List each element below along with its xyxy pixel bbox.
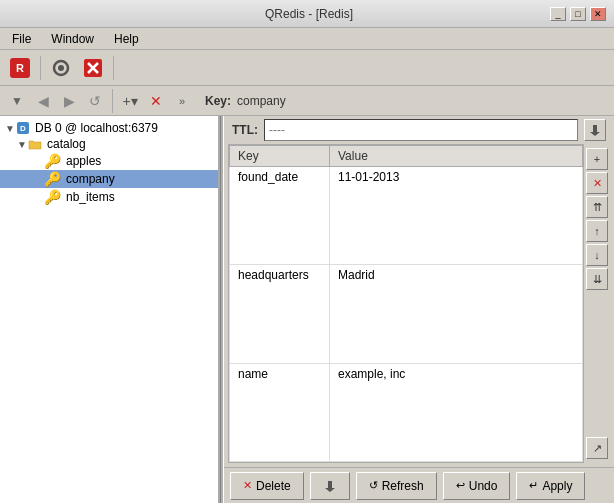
cell-value-0: 11-01-2013 (330, 167, 583, 265)
tree-item-company[interactable]: 🔑 company (0, 170, 218, 188)
table-side-buttons: + ✕ ⇈ ↑ ↓ ⇊ ↗ (584, 144, 610, 463)
cell-value-1: Madrid (330, 265, 583, 363)
add-field-button[interactable]: + (586, 148, 608, 170)
more-button[interactable]: » (171, 90, 193, 112)
right-panel: TTL: Key Value (224, 116, 614, 503)
data-table: Key Value found_date 11-01-2013 headquar… (229, 145, 583, 462)
remove-key-button[interactable]: ✕ (145, 90, 167, 112)
table-row[interactable]: found_date 11-01-2013 (230, 167, 583, 265)
tree-label-company: company (66, 172, 115, 186)
close-button[interactable]: ✕ (590, 7, 606, 21)
tree-item-apples[interactable]: 🔑 apples (0, 152, 218, 170)
delete-button[interactable]: ✕ Delete (230, 472, 304, 500)
tree-label-catalog: catalog (47, 137, 86, 151)
move-top-button[interactable]: ⇈ (586, 196, 608, 218)
apply-icon: ↵ (529, 479, 538, 492)
title-bar: QRedis - [Redis] _ □ ✕ (0, 0, 614, 28)
cell-key-0: found_date (230, 167, 330, 265)
maximize-button[interactable]: □ (570, 7, 586, 21)
tree-item-db0[interactable]: ▼ D DB 0 @ localhost:6379 (0, 120, 218, 136)
apply-label: Apply (542, 479, 572, 493)
sec-sep-1 (112, 89, 113, 113)
tree-toggle-btn[interactable]: ▼ (6, 90, 28, 112)
back-button[interactable]: ◀ (32, 90, 54, 112)
col-header-key: Key (230, 146, 330, 167)
download-button[interactable] (310, 472, 350, 500)
key-icon-company: 🔑 (44, 171, 61, 187)
move-up-button[interactable]: ↑ (586, 220, 608, 242)
move-bottom-button[interactable]: ⇊ (586, 268, 608, 290)
toolbar-sep-1 (40, 56, 41, 80)
main-area: ▼ D DB 0 @ localhost:6379 ▼ catalog 🔑 (0, 116, 614, 503)
tree-label-apples: apples (66, 154, 101, 168)
ttl-label: TTL: (232, 123, 258, 137)
undo-button[interactable]: ↩ Undo (443, 472, 511, 500)
tree-item-catalog[interactable]: ▼ catalog (0, 136, 218, 152)
close-connection-button[interactable] (79, 54, 107, 82)
key-icon-nb-items: 🔑 (44, 189, 61, 205)
move-down-button[interactable]: ↓ (586, 244, 608, 266)
svg-text:D: D (20, 124, 26, 133)
bottom-toolbar: ✕ Delete ↺ Refresh ↩ Undo ↵ Apply (224, 467, 614, 503)
key-value: company (237, 94, 286, 108)
menu-file[interactable]: File (4, 30, 39, 48)
cell-key-2: name (230, 363, 330, 461)
undo-label: Undo (469, 479, 498, 493)
tree-toggle-db0: ▼ (4, 123, 16, 134)
svg-text:R: R (16, 62, 24, 74)
menu-bar: File Window Help (0, 28, 614, 50)
window-controls: _ □ ✕ (550, 7, 606, 21)
tree-label-nb-items: nb_items (66, 190, 115, 204)
apply-button[interactable]: ↵ Apply (516, 472, 585, 500)
undo-icon: ↩ (456, 479, 465, 492)
key-section: Key: company (205, 94, 286, 108)
toolbar-sep-2 (113, 56, 114, 80)
table-row[interactable]: headquarters Madrid (230, 265, 583, 363)
forward-button[interactable]: ▶ (58, 90, 80, 112)
refresh-key-button[interactable]: ↺ (84, 90, 106, 112)
external-link-button[interactable]: ↗ (586, 437, 608, 459)
key-icon-apples: 🔑 (44, 153, 61, 169)
remove-field-button[interactable]: ✕ (586, 172, 608, 194)
ttl-row: TTL: (224, 116, 614, 144)
redis-logo-button[interactable]: R (6, 54, 34, 82)
tree-toggle-catalog: ▼ (16, 139, 28, 150)
tree-label-db0: DB 0 @ localhost:6379 (35, 121, 158, 135)
col-header-value: Value (330, 146, 583, 167)
data-table-wrapper: Key Value found_date 11-01-2013 headquar… (228, 144, 584, 463)
cell-value-2: example, inc (330, 363, 583, 461)
tree-panel: ▼ D DB 0 @ localhost:6379 ▼ catalog 🔑 (0, 116, 220, 503)
add-key-button[interactable]: +▾ (119, 90, 141, 112)
svg-point-3 (58, 65, 64, 71)
refresh-icon: ↺ (369, 479, 378, 492)
ttl-download-btn[interactable] (584, 119, 606, 141)
key-label: Key: (205, 94, 231, 108)
settings-button[interactable] (47, 54, 75, 82)
main-toolbar: R (0, 50, 614, 86)
table-container: Key Value found_date 11-01-2013 headquar… (228, 144, 610, 463)
tree-item-nb-items[interactable]: 🔑 nb_items (0, 188, 218, 206)
delete-icon: ✕ (243, 479, 252, 492)
ttl-input[interactable] (264, 119, 578, 141)
secondary-toolbar: ▼ ◀ ▶ ↺ +▾ ✕ » Key: company (0, 86, 614, 116)
table-row[interactable]: name example, inc (230, 363, 583, 461)
cell-key-1: headquarters (230, 265, 330, 363)
menu-help[interactable]: Help (106, 30, 147, 48)
minimize-button[interactable]: _ (550, 7, 566, 21)
db-icon: D (16, 121, 30, 135)
menu-window[interactable]: Window (43, 30, 102, 48)
download-icon (323, 479, 337, 493)
delete-label: Delete (256, 479, 291, 493)
refresh-button[interactable]: ↺ Refresh (356, 472, 437, 500)
refresh-label: Refresh (382, 479, 424, 493)
window-title: QRedis - [Redis] (68, 7, 550, 21)
folder-icon (28, 138, 42, 150)
